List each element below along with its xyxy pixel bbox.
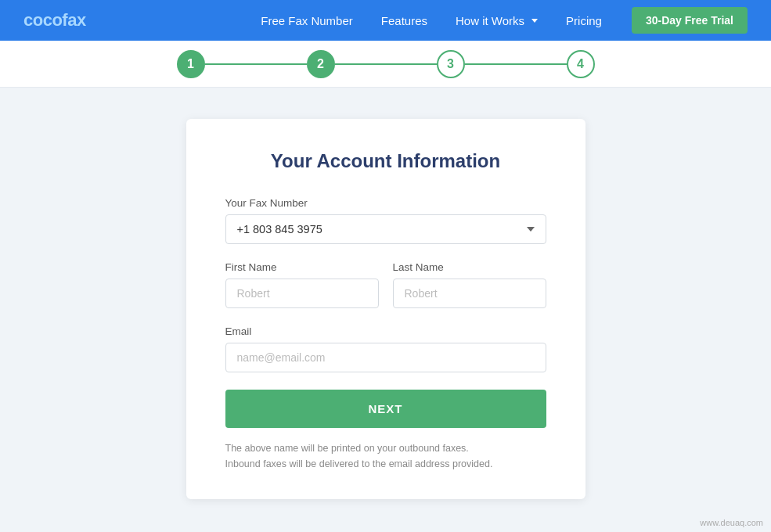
first-name-group: First Name bbox=[225, 261, 379, 308]
step-2: 2 bbox=[307, 50, 335, 78]
nav-how-it-works[interactable]: How it Works bbox=[441, 0, 552, 41]
last-name-label: Last Name bbox=[393, 261, 546, 273]
name-row: First Name Last Name bbox=[225, 261, 546, 308]
fax-number-group: Your Fax Number +1 803 845 3975 bbox=[225, 197, 546, 244]
form-card: Your Account Information Your Fax Number… bbox=[186, 119, 585, 499]
navbar: cocofax Free Fax Number Features How it … bbox=[0, 0, 771, 41]
last-name-input[interactable] bbox=[393, 279, 546, 308]
nav-features[interactable]: Features bbox=[367, 0, 441, 41]
step-line-2-3 bbox=[335, 63, 437, 65]
step-1: 1 bbox=[177, 50, 205, 78]
first-name-input[interactable] bbox=[225, 279, 379, 308]
nav-pricing[interactable]: Pricing bbox=[552, 0, 616, 41]
fax-number-label: Your Fax Number bbox=[225, 197, 546, 209]
nav-links: Free Fax Number Features How it Works Pr… bbox=[247, 0, 616, 41]
logo[interactable]: cocofax bbox=[23, 10, 86, 31]
last-name-group: Last Name bbox=[393, 261, 546, 308]
stepper: 1 2 3 4 bbox=[177, 50, 595, 78]
step-4: 4 bbox=[567, 50, 595, 78]
form-title: Your Account Information bbox=[225, 150, 546, 172]
fax-number-select[interactable]: +1 803 845 3975 bbox=[225, 214, 546, 244]
stepper-bar: 1 2 3 4 bbox=[0, 41, 771, 88]
main-content: Your Account Information Your Fax Number… bbox=[0, 88, 771, 530]
trial-button[interactable]: 30-Day Free Trial bbox=[632, 7, 748, 34]
next-button[interactable]: NEXT bbox=[225, 390, 546, 428]
nav-free-fax-number[interactable]: Free Fax Number bbox=[247, 0, 367, 41]
watermark: www.deuaq.com bbox=[700, 518, 763, 527]
form-note: The above name will be printed on your o… bbox=[225, 440, 546, 472]
email-input[interactable] bbox=[225, 343, 546, 372]
first-name-label: First Name bbox=[225, 261, 379, 273]
step-line-3-4 bbox=[465, 63, 567, 65]
step-3: 3 bbox=[437, 50, 465, 78]
step-line-1-2 bbox=[205, 63, 307, 65]
email-label: Email bbox=[225, 325, 546, 337]
chevron-down-icon bbox=[531, 19, 538, 23]
email-group: Email bbox=[225, 325, 546, 372]
